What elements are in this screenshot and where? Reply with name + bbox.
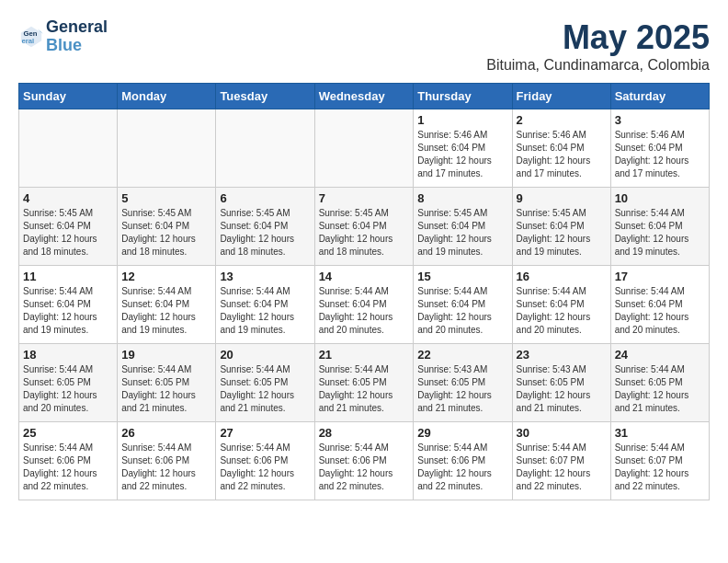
table-row: 5Sunrise: 5:45 AM Sunset: 6:04 PM Daylig… bbox=[118, 188, 216, 266]
day-info: Sunrise: 5:46 AM Sunset: 6:04 PM Dayligh… bbox=[615, 129, 705, 180]
table-row: 10Sunrise: 5:44 AM Sunset: 6:04 PM Dayli… bbox=[610, 188, 709, 266]
logo-icon: Gen eral bbox=[18, 24, 44, 50]
day-number: 5 bbox=[121, 191, 211, 205]
logo-general: General bbox=[46, 17, 108, 36]
day-info: Sunrise: 5:45 AM Sunset: 6:04 PM Dayligh… bbox=[220, 207, 310, 259]
day-number: 17 bbox=[615, 270, 705, 283]
day-info: Sunrise: 5:44 AM Sunset: 6:05 PM Dayligh… bbox=[121, 363, 211, 415]
table-row: 22Sunrise: 5:43 AM Sunset: 6:05 PM Dayli… bbox=[414, 344, 512, 422]
table-row: 9Sunrise: 5:45 AM Sunset: 6:04 PM Daylig… bbox=[512, 188, 610, 266]
col-wednesday: Wednesday bbox=[314, 84, 414, 109]
day-info: Sunrise: 5:45 AM Sunset: 6:04 PM Dayligh… bbox=[417, 207, 507, 259]
day-number: 23 bbox=[517, 348, 607, 362]
day-info: Sunrise: 5:44 AM Sunset: 6:06 PM Dayligh… bbox=[417, 442, 507, 493]
day-info: Sunrise: 5:44 AM Sunset: 6:05 PM Dayligh… bbox=[23, 363, 113, 415]
svg-text:Gen: Gen bbox=[24, 29, 38, 37]
svg-text:eral: eral bbox=[22, 37, 35, 45]
day-number: 15 bbox=[417, 270, 507, 283]
day-info: Sunrise: 5:44 AM Sunset: 6:04 PM Dayligh… bbox=[220, 285, 310, 337]
day-info: Sunrise: 5:46 AM Sunset: 6:04 PM Dayligh… bbox=[517, 129, 607, 180]
day-info: Sunrise: 5:44 AM Sunset: 6:07 PM Dayligh… bbox=[615, 442, 705, 493]
day-number: 19 bbox=[121, 348, 211, 362]
table-row: 16Sunrise: 5:44 AM Sunset: 6:04 PM Dayli… bbox=[512, 266, 610, 344]
table-row bbox=[19, 109, 118, 188]
table-row: 11Sunrise: 5:44 AM Sunset: 6:04 PM Dayli… bbox=[19, 266, 118, 344]
day-info: Sunrise: 5:44 AM Sunset: 6:04 PM Dayligh… bbox=[615, 207, 705, 259]
day-info: Sunrise: 5:43 AM Sunset: 6:05 PM Dayligh… bbox=[517, 363, 607, 415]
table-row: 8Sunrise: 5:45 AM Sunset: 6:04 PM Daylig… bbox=[414, 188, 512, 266]
day-number: 21 bbox=[319, 348, 410, 362]
day-number: 26 bbox=[121, 426, 211, 440]
table-row: 19Sunrise: 5:44 AM Sunset: 6:05 PM Dayli… bbox=[118, 344, 216, 422]
day-info: Sunrise: 5:45 AM Sunset: 6:04 PM Dayligh… bbox=[23, 207, 113, 259]
table-row: 18Sunrise: 5:44 AM Sunset: 6:05 PM Dayli… bbox=[19, 344, 118, 422]
day-number: 16 bbox=[517, 270, 607, 283]
day-number: 4 bbox=[23, 191, 113, 205]
col-monday: Monday bbox=[118, 84, 216, 109]
month-year-title: May 2025 bbox=[486, 18, 710, 57]
day-number: 25 bbox=[23, 426, 113, 440]
table-row: 17Sunrise: 5:44 AM Sunset: 6:04 PM Dayli… bbox=[610, 266, 709, 344]
day-info: Sunrise: 5:44 AM Sunset: 6:04 PM Dayligh… bbox=[23, 285, 113, 337]
table-row: 21Sunrise: 5:44 AM Sunset: 6:05 PM Dayli… bbox=[314, 344, 414, 422]
col-sunday: Sunday bbox=[19, 84, 118, 109]
day-number: 9 bbox=[517, 191, 607, 205]
day-info: Sunrise: 5:44 AM Sunset: 6:05 PM Dayligh… bbox=[615, 363, 705, 415]
day-number: 31 bbox=[615, 426, 705, 440]
table-row bbox=[216, 109, 314, 188]
day-info: Sunrise: 5:44 AM Sunset: 6:04 PM Dayligh… bbox=[517, 285, 607, 337]
table-row: 13Sunrise: 5:44 AM Sunset: 6:04 PM Dayli… bbox=[216, 266, 314, 344]
day-info: Sunrise: 5:44 AM Sunset: 6:04 PM Dayligh… bbox=[615, 285, 705, 337]
table-row: 4Sunrise: 5:45 AM Sunset: 6:04 PM Daylig… bbox=[19, 188, 118, 266]
table-row bbox=[118, 109, 216, 188]
table-row: 28Sunrise: 5:44 AM Sunset: 6:06 PM Dayli… bbox=[314, 422, 414, 500]
location-subtitle: Bituima, Cundinamarca, Colombia bbox=[486, 57, 710, 74]
day-info: Sunrise: 5:44 AM Sunset: 6:06 PM Dayligh… bbox=[23, 442, 113, 493]
day-info: Sunrise: 5:44 AM Sunset: 6:05 PM Dayligh… bbox=[319, 363, 410, 415]
day-info: Sunrise: 5:46 AM Sunset: 6:04 PM Dayligh… bbox=[417, 129, 507, 180]
table-row: 27Sunrise: 5:44 AM Sunset: 6:06 PM Dayli… bbox=[216, 422, 314, 500]
calendar-header-row: Sunday Monday Tuesday Wednesday Thursday… bbox=[19, 84, 710, 109]
page-header: Gen eral General Blue May 2025 Bituima, … bbox=[18, 18, 710, 74]
table-row: 14Sunrise: 5:44 AM Sunset: 6:04 PM Dayli… bbox=[314, 266, 414, 344]
day-number: 1 bbox=[417, 113, 507, 127]
title-block: May 2025 Bituima, Cundinamarca, Colombia bbox=[486, 18, 710, 74]
day-number: 12 bbox=[121, 270, 211, 283]
table-row: 24Sunrise: 5:44 AM Sunset: 6:05 PM Dayli… bbox=[610, 344, 709, 422]
day-info: Sunrise: 5:43 AM Sunset: 6:05 PM Dayligh… bbox=[417, 363, 507, 415]
table-row: 23Sunrise: 5:43 AM Sunset: 6:05 PM Dayli… bbox=[512, 344, 610, 422]
table-row: 29Sunrise: 5:44 AM Sunset: 6:06 PM Dayli… bbox=[414, 422, 512, 500]
calendar-table: Sunday Monday Tuesday Wednesday Thursday… bbox=[18, 83, 710, 500]
col-tuesday: Tuesday bbox=[216, 84, 314, 109]
logo-blue: Blue bbox=[46, 36, 82, 54]
day-info: Sunrise: 5:44 AM Sunset: 6:05 PM Dayligh… bbox=[220, 363, 310, 415]
calendar-week-5: 25Sunrise: 5:44 AM Sunset: 6:06 PM Dayli… bbox=[19, 422, 710, 500]
col-saturday: Saturday bbox=[610, 84, 709, 109]
calendar-week-1: 1Sunrise: 5:46 AM Sunset: 6:04 PM Daylig… bbox=[19, 109, 710, 188]
table-row: 25Sunrise: 5:44 AM Sunset: 6:06 PM Dayli… bbox=[19, 422, 118, 500]
table-row: 6Sunrise: 5:45 AM Sunset: 6:04 PM Daylig… bbox=[216, 188, 314, 266]
day-number: 28 bbox=[319, 426, 410, 440]
day-number: 20 bbox=[220, 348, 310, 362]
day-info: Sunrise: 5:44 AM Sunset: 6:06 PM Dayligh… bbox=[319, 442, 410, 493]
day-number: 7 bbox=[319, 191, 410, 205]
table-row: 26Sunrise: 5:44 AM Sunset: 6:06 PM Dayli… bbox=[118, 422, 216, 500]
day-info: Sunrise: 5:44 AM Sunset: 6:04 PM Dayligh… bbox=[417, 285, 507, 337]
day-info: Sunrise: 5:44 AM Sunset: 6:06 PM Dayligh… bbox=[220, 442, 310, 493]
day-number: 24 bbox=[615, 348, 705, 362]
table-row: 7Sunrise: 5:45 AM Sunset: 6:04 PM Daylig… bbox=[314, 188, 414, 266]
day-number: 27 bbox=[220, 426, 310, 440]
table-row: 15Sunrise: 5:44 AM Sunset: 6:04 PM Dayli… bbox=[414, 266, 512, 344]
logo: Gen eral General Blue bbox=[18, 18, 108, 55]
table-row bbox=[314, 109, 414, 188]
day-number: 22 bbox=[417, 348, 507, 362]
day-number: 6 bbox=[220, 191, 310, 205]
table-row: 31Sunrise: 5:44 AM Sunset: 6:07 PM Dayli… bbox=[610, 422, 709, 500]
day-number: 18 bbox=[23, 348, 113, 362]
day-number: 29 bbox=[417, 426, 507, 440]
table-row: 1Sunrise: 5:46 AM Sunset: 6:04 PM Daylig… bbox=[414, 109, 512, 188]
day-info: Sunrise: 5:45 AM Sunset: 6:04 PM Dayligh… bbox=[319, 207, 410, 259]
col-friday: Friday bbox=[512, 84, 610, 109]
calendar-week-2: 4Sunrise: 5:45 AM Sunset: 6:04 PM Daylig… bbox=[19, 188, 710, 266]
day-number: 14 bbox=[319, 270, 410, 283]
